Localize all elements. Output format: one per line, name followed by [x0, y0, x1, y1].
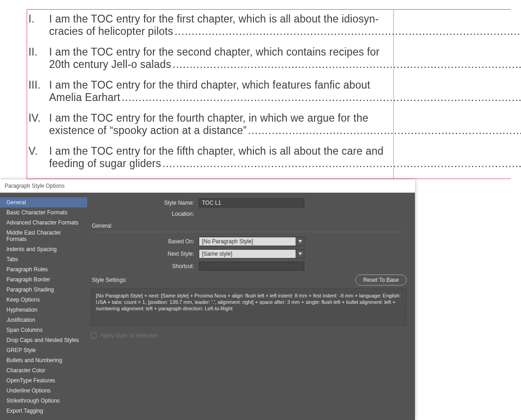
dialog-sidebar: GeneralBasic Character FormatsAdvanced C… [0, 193, 87, 420]
general-heading: General [92, 223, 407, 229]
toc-leader [161, 157, 521, 170]
toc-content: I.I am the TOC entry for the first chapt… [28, 13, 391, 178]
based-on-dropdown[interactable]: [No Paragraph Style] [199, 237, 304, 246]
toc-text: cracies of helicopter pilots [49, 25, 173, 38]
svg-marker-0 [298, 240, 302, 243]
sidebar-item-span-columns[interactable]: Span Columns [0, 325, 87, 335]
sidebar-item-middle-east-character-formats[interactable]: Middle East Character Formats [0, 228, 87, 244]
toc-body: I am the TOC entry for the first chapter… [49, 13, 521, 38]
sidebar-item-general[interactable]: General [0, 197, 87, 207]
sidebar-item-keep-options[interactable]: Keep Options [0, 295, 87, 305]
toc-text: Amelia Earhart [49, 91, 120, 104]
toc-leader [246, 124, 521, 137]
toc-body: I am the TOC entry for the second chapte… [49, 46, 521, 71]
style-name-label: Style Name: [91, 200, 199, 206]
based-on-value: [No Paragraph Style] [199, 237, 296, 246]
chevron-down-icon[interactable] [296, 249, 304, 258]
toc-number: III. [28, 79, 49, 104]
sidebar-item-paragraph-rules[interactable]: Paragraph Rules [0, 264, 87, 274]
based-on-label: Based On: [91, 238, 199, 245]
sidebar-item-opentype-features[interactable]: OpenType Features [0, 375, 87, 386]
paragraph-style-dialog: Paragraph Style Options GeneralBasic Cha… [0, 179, 415, 420]
toc-text-line1: I am the TOC entry for the fifth chapter… [49, 145, 521, 157]
toc-number: IV. [28, 112, 49, 137]
toc-entry: IV.I am the TOC entry for the fourth cha… [28, 112, 391, 137]
apply-style-label: Apply Style to Selection [100, 332, 158, 339]
toc-text-line2: Amelia Earhart11 [49, 91, 521, 104]
next-style-value: [Same style] [199, 249, 296, 258]
toc-number: I. [28, 13, 49, 38]
style-settings-label: Style Settings: [92, 277, 127, 283]
next-style-dropdown[interactable]: [Same style] [199, 249, 304, 258]
reset-to-base-button[interactable]: Reset To Base [355, 274, 407, 286]
sidebar-item-strikethrough-options[interactable]: Strikethrough Options [0, 396, 87, 406]
shortcut-input[interactable] [199, 262, 304, 271]
toc-text: 20th century Jell-o salads [49, 58, 171, 71]
dialog-title: Paragraph Style Options [0, 179, 415, 193]
toc-text-line2: existence of “spooky action at a distanc… [49, 124, 521, 137]
toc-entry: III.I am the TOC entry for the third cha… [28, 79, 391, 104]
shortcut-label: Shortcut: [91, 263, 199, 269]
toc-leader [120, 91, 521, 104]
toc-text-line2: feeding of sugar gliders27 [49, 157, 521, 170]
toc-body: I am the TOC entry for the third chapter… [49, 79, 521, 104]
sidebar-item-hyphenation[interactable]: Hyphenation [0, 305, 87, 315]
toc-text-line1: I am the TOC entry for the second chapte… [49, 46, 521, 58]
sidebar-item-advanced-character-formats[interactable]: Advanced Character Formats [0, 218, 87, 228]
next-style-label: Next Style: [91, 251, 199, 257]
toc-number: II. [28, 46, 49, 71]
toc-body: I am the TOC entry for the fifth chapter… [49, 145, 521, 170]
toc-number: V. [28, 145, 49, 170]
sidebar-item-drop-caps-and-nested-styles[interactable]: Drop Caps and Nested Styles [0, 335, 87, 345]
toc-text: feeding of sugar gliders [49, 157, 161, 170]
location-label: Location: [91, 211, 199, 217]
sidebar-item-underline-options[interactable]: Underline Options [0, 386, 87, 396]
sidebar-item-grep-style[interactable]: GREP Style [0, 345, 87, 355]
sidebar-item-bullets-and-numbering[interactable]: Bullets and Numbering [0, 355, 87, 365]
divider [91, 232, 407, 232]
toc-entry: II.I am the TOC entry for the second cha… [28, 46, 391, 71]
style-settings-box: [No Paragraph Style] + next: [Same style… [91, 288, 407, 326]
toc-entry: I.I am the TOC entry for the first chapt… [28, 13, 391, 38]
sidebar-item-paragraph-border[interactable]: Paragraph Border [0, 274, 87, 285]
toc-leader [171, 58, 521, 71]
apply-style-checkbox[interactable] [91, 333, 96, 338]
chevron-down-icon[interactable] [296, 237, 304, 246]
sidebar-item-tabs[interactable]: Tabs [0, 254, 87, 264]
apply-style-row: Apply Style to Selection [91, 332, 407, 339]
toc-text-line1: I am the TOC entry for the first chapter… [49, 13, 521, 25]
toc-body: I am the TOC entry for the fourth chapte… [49, 112, 521, 137]
sidebar-item-export-tagging[interactable]: Export Tagging [0, 406, 87, 416]
sidebar-item-justification[interactable]: Justification [0, 315, 87, 325]
sidebar-item-character-color[interactable]: Character Color [0, 365, 87, 375]
toc-entry: V.I am the TOC entry for the fifth chapt… [28, 145, 391, 170]
toc-text-line2: cracies of helicopter pilots3 [49, 25, 521, 38]
toc-text-line1: I am the TOC entry for the fourth chapte… [49, 112, 521, 124]
sidebar-item-basic-character-formats[interactable]: Basic Character Formats [0, 207, 87, 218]
svg-marker-1 [298, 252, 302, 255]
sidebar-item-paragraph-shading[interactable]: Paragraph Shading [0, 285, 87, 295]
toc-text-line1: I am the TOC entry for the third chapter… [49, 79, 521, 91]
style-name-input[interactable] [199, 198, 304, 207]
toc-text-line2: 20th century Jell-o salads8 [49, 58, 521, 71]
dialog-main-panel: Style Name: Location: General Based On: … [87, 193, 415, 420]
toc-text: existence of “spooky action at a distanc… [49, 124, 246, 137]
sidebar-item-indents-and-spacing[interactable]: Indents and Spacing [0, 244, 87, 254]
toc-leader [173, 25, 521, 38]
